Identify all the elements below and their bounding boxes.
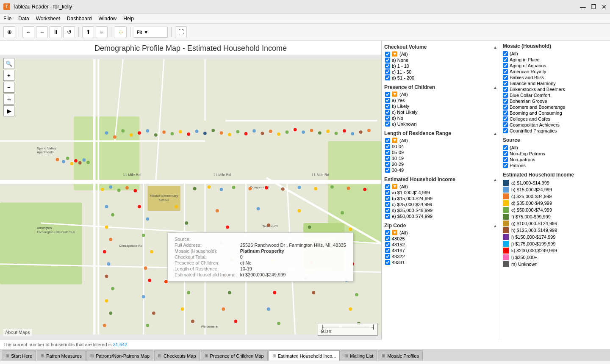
back-btn[interactable]: ← (22, 26, 34, 38)
zip-48331-checkbox[interactable] (385, 260, 390, 265)
select-btn[interactable]: ⊹ (115, 26, 127, 38)
presence-children-header[interactable]: Presence of Children ▲ (384, 83, 497, 91)
maximize-btn[interactable]: ❐ (591, 3, 596, 10)
children-yes-checkbox[interactable] (385, 98, 390, 103)
checkout-none-checkbox[interactable] (385, 58, 390, 63)
zoom-in-btn[interactable]: + (3, 70, 14, 81)
tab-start-here[interactable]: ⊞ Start Here (2, 350, 36, 361)
hhincome-b-checkbox[interactable] (385, 196, 390, 201)
tab-mosaic-profiles[interactable]: ⊞ Mosaic Profiles (378, 350, 423, 361)
children-likely-checkbox[interactable] (385, 104, 390, 109)
mosaic-american-royalty-checkbox[interactable] (503, 69, 508, 74)
sort-btn[interactable]: ≡ (96, 26, 108, 38)
svg-point-54 (211, 129, 215, 132)
hhincome-a-checkbox[interactable] (385, 190, 390, 195)
zoom-out-btn[interactable]: − (3, 82, 14, 93)
source-nonexp-checkbox[interactable] (503, 151, 508, 156)
zip-48167-checkbox[interactable] (385, 248, 390, 253)
zipcode-header[interactable]: Zip Code ▲ (384, 222, 497, 229)
hh-income-header[interactable]: Estimated Household Income ▲ (384, 176, 497, 183)
svg-point-75 (109, 185, 112, 189)
lasso-btn[interactable]: ⊹ (3, 94, 14, 105)
menu-window[interactable]: Window (99, 16, 117, 22)
residence-all-checkbox[interactable] (385, 138, 390, 143)
checkout-c-checkbox[interactable] (385, 69, 390, 74)
refresh-btn[interactable]: ↺ (63, 26, 75, 38)
tab-estimated-hh-income[interactable]: ⊞ Estimated Household Inco... (269, 350, 340, 361)
zip-48025-checkbox[interactable] (385, 236, 390, 241)
checkout-all-checkbox[interactable] (385, 52, 390, 57)
checkout-collapse-btn[interactable]: ▲ (493, 45, 497, 50)
svg-point-80 (208, 185, 211, 189)
zip-48322-checkbox[interactable] (385, 254, 390, 259)
source-nonpatrons-checkbox[interactable] (503, 157, 508, 162)
pause-btn[interactable]: ⏸ (50, 26, 61, 38)
minimize-btn[interactable]: — (580, 3, 586, 10)
source-all-checkbox[interactable] (503, 145, 508, 150)
menu-help[interactable]: Help (123, 16, 134, 22)
children-all-checkbox[interactable] (385, 92, 390, 97)
view-dropdown[interactable]: Fit▼ (134, 27, 168, 38)
svg-point-150 (56, 158, 59, 161)
fullscreen-btn[interactable]: ⛶ (175, 26, 187, 38)
residence-3049-checkbox[interactable] (385, 168, 390, 173)
length-residence-header[interactable]: Length of Residence Range ▲ (384, 130, 497, 137)
mosaic-countrified-checkbox[interactable] (503, 128, 508, 133)
mosaic-colleges-checkbox[interactable] (503, 116, 508, 121)
residence-0509-checkbox[interactable] (385, 150, 390, 155)
legend-item: b) $15,000-$24,999 (503, 186, 607, 193)
mosaic-balance-harmony-checkbox[interactable] (503, 81, 508, 86)
close-btn[interactable]: ✕ (602, 3, 607, 10)
hhincome-d-checkbox[interactable] (385, 208, 390, 213)
source-patrons-checkbox[interactable] (503, 163, 508, 168)
checkout-b-checkbox[interactable] (385, 63, 390, 69)
mosaic-birkenstocks-checkbox[interactable] (503, 87, 508, 92)
menu-data[interactable]: Data (18, 16, 29, 22)
zipcode-collapse-btn[interactable]: ▲ (493, 223, 497, 228)
hhincome-all-checkbox[interactable] (385, 184, 390, 189)
hhincome-e-checkbox[interactable] (385, 214, 390, 219)
about-maps-btn[interactable]: About Maps (3, 329, 32, 336)
mosaic-blue-collar-checkbox[interactable] (503, 93, 508, 98)
tab-checkouts-map[interactable]: ⊞ Checkouts Map (154, 350, 200, 361)
mosaic-aging-aquarius-checkbox[interactable] (503, 63, 508, 68)
tab-patrons-nonpatrons[interactable]: ⊞ Patrons/Non-Patrons Map (86, 350, 153, 361)
children-unknown-checkbox[interactable] (385, 121, 390, 127)
hhincome-collapse-btn[interactable]: ▲ (493, 177, 497, 182)
children-collapse-btn[interactable]: ▲ (493, 85, 497, 90)
zip-all-checkbox[interactable] (385, 230, 390, 235)
hhincome-c-checkbox[interactable] (385, 202, 390, 207)
tab-patron-measures[interactable]: ⊞ Patron Measures (37, 350, 86, 361)
menu-dashboard[interactable]: Dashboard (67, 16, 92, 22)
map-canvas[interactable]: Hillside Elementary School 11 Mile Rd 11… (0, 55, 381, 339)
menu-worksheet[interactable]: Worksheet (36, 16, 60, 22)
export-btn[interactable]: ⬆ (82, 26, 94, 38)
pan-btn[interactable]: ▶ (3, 105, 14, 116)
svg-point-42 (113, 135, 116, 139)
residence-collapse-btn[interactable]: ▲ (493, 131, 497, 136)
mosaic-all-checkbox[interactable] (503, 51, 508, 56)
menu-file[interactable]: File (3, 16, 11, 22)
children-notlikely-checkbox[interactable] (385, 110, 390, 115)
forward-btn[interactable]: → (36, 26, 48, 38)
tab-mailing-list[interactable]: ⊞ Mailing List (341, 350, 377, 361)
svg-point-46 (146, 129, 150, 132)
mosaic-aging-in-place-checkbox[interactable] (503, 57, 508, 62)
residence-2029-checkbox[interactable] (385, 162, 390, 167)
mosaic-babies-bliss-checkbox[interactable] (503, 75, 508, 80)
svg-point-57 (236, 130, 239, 133)
mosaic-boomers-checkbox[interactable] (503, 105, 508, 110)
checkout-volume-header[interactable]: Checkout Volume ▲ (384, 43, 497, 51)
search-btn[interactable]: 🔍 (3, 58, 14, 69)
zip-48152-checkbox[interactable] (385, 242, 390, 247)
children-no-checkbox[interactable] (385, 116, 390, 121)
checkout-d-checkbox[interactable] (385, 75, 390, 80)
residence-0004-checkbox[interactable] (385, 144, 390, 149)
mosaic-bohemian-groove-checkbox[interactable] (503, 99, 508, 104)
home-btn[interactable]: ⊕ (3, 26, 15, 38)
legend-item: Babies and Bliss (503, 74, 607, 80)
residence-1019-checkbox[interactable] (385, 156, 390, 161)
mosaic-cosmopolitan-checkbox[interactable] (503, 122, 508, 127)
tab-presence-children[interactable]: ⊞ Presence of Children Map (201, 350, 268, 361)
mosaic-booming-checkbox[interactable] (503, 110, 508, 116)
